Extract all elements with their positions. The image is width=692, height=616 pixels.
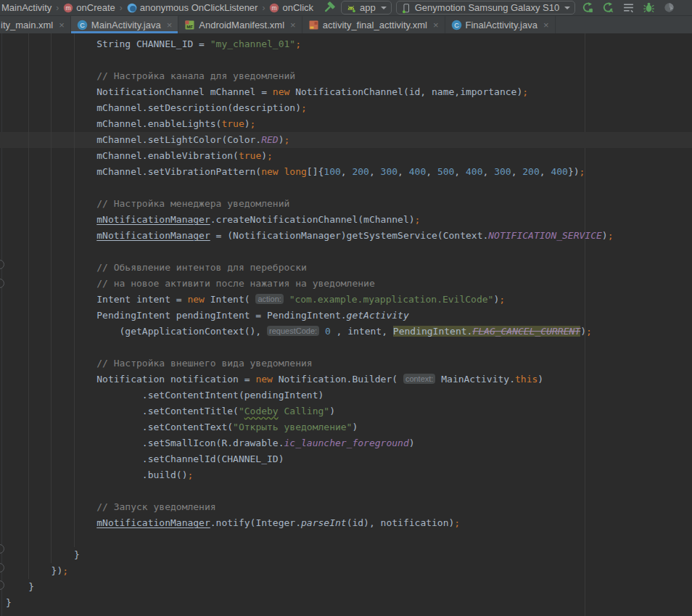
tab-label: AndroidManifest.xml: [199, 20, 284, 30]
android-icon: [346, 3, 356, 13]
breadcrumb-label: onCreate: [76, 2, 115, 13]
code-line: String CHANNEL_ID = "my_channel_01";: [0, 36, 692, 52]
debug-icon[interactable]: [640, 1, 656, 15]
breadcrumb-item-class[interactable]: MainActivity: [1, 2, 52, 13]
code-line: PendingIntent pendingIntent = PendingInt…: [0, 308, 692, 324]
code-line: [0, 180, 692, 196]
breadcrumb-item-anonymous-class[interactable]: anonymous OnClickListener: [127, 2, 258, 13]
close-icon[interactable]: ×: [59, 20, 65, 30]
code-line: .setContentTitle("Codeby Calling"): [0, 403, 692, 419]
code-line: NotificationChannel mChannel = new Notif…: [0, 84, 692, 100]
code-line: mNotificationManager = (NotificationMana…: [0, 228, 692, 244]
code-line: mChannel.enableVibration(true);: [0, 148, 692, 164]
code-line: }: [0, 579, 692, 595]
apply-code-changes-icon[interactable]: A: [600, 1, 616, 15]
java-class-icon: C: [451, 20, 462, 30]
layout-file-icon: [308, 20, 319, 30]
code-line: // Настройка канала для уведомлений: [0, 68, 692, 84]
breadcrumb-label: onClick: [282, 2, 313, 13]
tab-androidmanifest-xml[interactable]: MF AndroidManifest.xml ×: [178, 16, 302, 33]
code-line: mNotificationManager.notify(Integer.pars…: [0, 515, 692, 531]
code-line: mChannel.setVibrationPattern(new long[]{…: [0, 164, 692, 180]
code-line: [0, 483, 692, 499]
tab-activity-final-acttivity-xml[interactable]: activity_final_acttivity.xml ×: [302, 16, 445, 33]
svg-text:C: C: [454, 21, 459, 28]
breadcrumb-label: MainActivity: [1, 2, 52, 13]
breadcrumb-item-onclick[interactable]: m onClick: [269, 2, 313, 13]
profile-icon[interactable]: [620, 1, 636, 15]
manifest-file-icon: MF: [184, 20, 195, 30]
code-line: [0, 531, 692, 547]
code-line: // на новое активити после нажатия на ув…: [0, 276, 692, 292]
tab-label: ity_main.xml: [1, 20, 53, 30]
code-line: Notification notification = new Notifica…: [0, 371, 692, 387]
breadcrumb-separator-icon: ›: [119, 3, 123, 13]
close-icon[interactable]: ×: [290, 20, 296, 30]
editor-tab-bar: ity_main.xml × C MainActivity.java × MF …: [0, 16, 692, 33]
chevron-down-icon: [564, 7, 570, 9]
svg-text:m: m: [272, 4, 277, 12]
tab-label: FinalActtivity.java: [466, 20, 537, 30]
code-line: Intent intent = new Intent( action: "com…: [0, 292, 692, 308]
build-hammer-icon[interactable]: [321, 1, 337, 15]
run-configuration-select[interactable]: app: [341, 1, 392, 15]
phone-icon: [401, 3, 411, 13]
code-line: // Запуск уведомления: [0, 499, 692, 515]
code-line: mChannel.setLightColor(Color.RED);: [0, 132, 692, 148]
device-selector-label: Genymotion Samsung Galaxy S10: [415, 2, 559, 13]
code-editor[interactable]: String CHANNEL_ID = "my_channel_01"; // …: [0, 33, 692, 616]
code-line: .setChannelId(CHANNEL_ID): [0, 451, 692, 467]
java-class-icon: C: [77, 20, 88, 30]
device-selector[interactable]: Genymotion Samsung Galaxy S10: [396, 1, 575, 15]
code-area[interactable]: String CHANNEL_ID = "my_channel_01"; // …: [0, 33, 692, 611]
code-line: [0, 52, 692, 68]
breadcrumb-separator-icon: ›: [55, 3, 59, 13]
code-line: mNotificationManager.createNotificationC…: [0, 212, 692, 228]
code-line: mChannel.setDescription(description);: [0, 100, 692, 116]
code-line: .setContentText("Открыть уведомление"): [0, 419, 692, 435]
svg-text:m: m: [66, 4, 71, 12]
code-line: .setSmallIcon(R.drawable.ic_launcher_for…: [0, 435, 692, 451]
toolbar: MainActivity › m onCreate › anonymous On…: [0, 0, 692, 16]
close-icon[interactable]: ×: [167, 20, 173, 30]
close-icon[interactable]: ×: [433, 20, 439, 30]
code-line: }: [0, 595, 692, 611]
code-line: .build();: [0, 467, 692, 483]
tab-finalacttivity-java[interactable]: C FinalActtivity.java ×: [445, 16, 556, 33]
svg-text:A: A: [609, 7, 613, 14]
code-line: // Настройка менеджера уведомлений: [0, 196, 692, 212]
tab-activity-main-xml[interactable]: ity_main.xml ×: [0, 16, 71, 33]
svg-text:MF: MF: [186, 25, 193, 29]
tab-label: activity_final_acttivity.xml: [323, 20, 427, 30]
code-line: [0, 244, 692, 260]
anonymous-class-icon: [127, 3, 137, 13]
close-icon[interactable]: ×: [543, 20, 549, 30]
method-icon: m: [269, 3, 279, 13]
breadcrumb: MainActivity › m onCreate › anonymous On…: [0, 2, 313, 13]
code-line: });: [0, 563, 692, 579]
run-configuration-label: app: [360, 2, 376, 13]
profiler-icon[interactable]: [661, 1, 677, 15]
apply-changes-restart-icon[interactable]: [580, 1, 596, 15]
code-line: // Настройка внешнего вида уведомления: [0, 356, 692, 371]
tab-label: MainActivity.java: [91, 20, 161, 30]
toolbar-actions: app Genymotion Samsung Galaxy S10 A: [321, 1, 677, 15]
method-icon: m: [63, 3, 73, 13]
code-line: mChannel.enableLights(true);: [0, 116, 692, 132]
svg-text:C: C: [80, 21, 85, 28]
code-line: .setContentIntent(pendingIntent): [0, 387, 692, 403]
tab-mainactivity-java[interactable]: C MainActivity.java ×: [71, 16, 178, 33]
code-line: // Обьявление интентов для переброски: [0, 260, 692, 276]
chevron-down-icon: [381, 7, 387, 9]
code-line: [0, 340, 692, 356]
code-line: (getApplicationContext(), requestCode: 0…: [0, 324, 692, 340]
code-line: }: [0, 547, 692, 563]
breadcrumb-label: anonymous OnClickListener: [140, 2, 258, 13]
breadcrumb-item-oncreate[interactable]: m onCreate: [63, 2, 115, 13]
breadcrumb-separator-icon: ›: [261, 3, 265, 13]
